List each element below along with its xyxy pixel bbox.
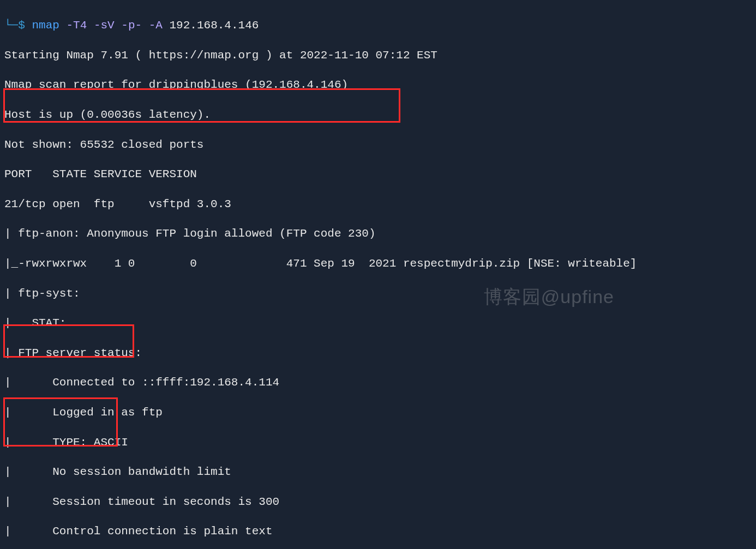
output-line: PORT STATE SERVICE VERSION bbox=[4, 167, 752, 182]
terminal-output[interactable]: └─$ nmap -T4 -sV -p- -A 192.168.4.146 St… bbox=[0, 0, 756, 549]
output-line: | ftp-syst: bbox=[4, 286, 752, 301]
command-flags: -T4 -sV -p- -A bbox=[66, 19, 162, 32]
output-line: | No session bandwidth limit bbox=[4, 464, 752, 479]
output-line: 21/tcp open ftp vsftpd 3.0.3 bbox=[4, 197, 752, 212]
output-line: Not shown: 65532 closed ports bbox=[4, 137, 752, 152]
output-line: |_-rwxrwxrwx 1 0 0 471 Sep 19 2021 respe… bbox=[4, 256, 752, 271]
output-line: | Session timeout in seconds is 300 bbox=[4, 494, 752, 509]
output-line: | STAT: bbox=[4, 316, 752, 330]
target-ip: 192.168.4.146 bbox=[170, 19, 259, 32]
prompt-arrow: └─ bbox=[4, 19, 18, 32]
prompt-dollar: $ bbox=[18, 19, 25, 32]
output-line: Host is up (0.00036s latency). bbox=[4, 107, 752, 122]
output-line: Nmap scan report for drippingblues (192.… bbox=[4, 77, 752, 92]
output-line: | TYPE: ASCII bbox=[4, 435, 752, 450]
prompt-line: └─$ nmap -T4 -sV -p- -A 192.168.4.146 bbox=[4, 18, 752, 33]
output-line: | Connected to ::ffff:192.168.4.114 bbox=[4, 375, 752, 390]
command: nmap bbox=[32, 19, 59, 32]
output-line: | Logged in as ftp bbox=[4, 405, 752, 420]
output-line: | FTP server status: bbox=[4, 346, 752, 360]
output-line: Starting Nmap 7.91 ( https://nmap.org ) … bbox=[4, 48, 752, 63]
output-line: | Control connection is plain text bbox=[4, 524, 752, 539]
output-line: | ftp-anon: Anonymous FTP login allowed … bbox=[4, 226, 752, 241]
